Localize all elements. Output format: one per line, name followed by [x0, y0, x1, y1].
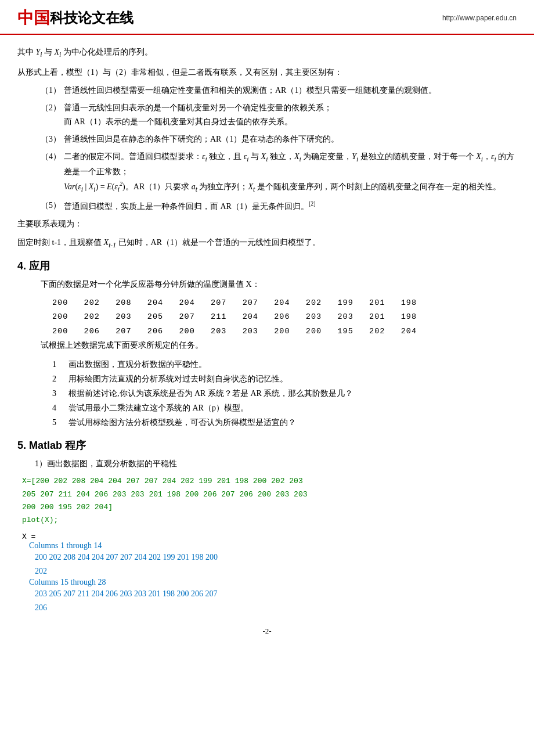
task-3: 3 根据前述讨论,你认为该系统是否为 AR 系统？若是 AR 系统，那么其阶数是… [52, 386, 517, 401]
math-yi: Yi [36, 48, 42, 56]
item-4-num: （4） [17, 150, 64, 196]
task-3-text: 根据前述讨论,你认为该系统是否为 AR 系统？若是 AR 系统，那么其阶数是几？ [68, 386, 353, 401]
task-4: 4 尝试用最小二乘法建立这个系统的 AR（p）模型。 [52, 401, 517, 415]
page: 中国科技论文在线 http://www.paper.edu.cn 其中 Yi 与… [0, 0, 534, 756]
task-4-text: 尝试用最小二乘法建立这个系统的 AR（p）模型。 [68, 401, 248, 415]
columns-1-14-header: Columns 1 through 14 [29, 541, 517, 550]
section4-heading: 4. 应用 [17, 259, 517, 273]
task-2: 2 用标绘图方法直观的分析系统对过去时刻自身状态的记忆性。 [52, 372, 517, 386]
item-5-content: 普通回归模型，实质上是一种条件回归，而 AR（1）是无条件回归。[2] [64, 199, 517, 213]
item-4: （4） 二者的假定不同。普通回归模型要求：εi 独立，且 εi 与 Xi 独立，… [17, 150, 517, 196]
logo-zhongguo: 中国 [17, 7, 50, 29]
section5-heading-text: 5. Matlab 程序 [17, 440, 86, 451]
code-line-2: 205 207 211 204 206 203 203 201 198 200 … [22, 488, 517, 501]
data-row-3: 200 206 207 206 200 203 203 200 200 195 … [52, 325, 517, 339]
task-2-num: 2 [52, 372, 68, 386]
section4-heading-text: 4. 应用 [17, 260, 50, 272]
item-3: （3） 普通线性回归是在静态的条件下研究的；AR（1）是在动态的条件下研究的。 [17, 132, 517, 146]
main-content: 其中 Yi 与 Xi 为中心化处理后的序列。 从形式上看，模型（1）与（2）非常… [0, 41, 534, 647]
item-5-num: （5） [17, 199, 64, 213]
task-5-text: 尝试用标绘图方法分析模型残差，可否认为所得模型是适宜的？ [68, 415, 296, 430]
intro-para2: 从形式上看，模型（1）与（2）非常相似，但是二者既有联系，又有区别，其主要区别有… [17, 66, 517, 80]
item-3-num: （3） [17, 132, 64, 146]
task-3-num: 3 [52, 386, 68, 401]
item-1-num: （1） [17, 84, 64, 98]
section4-intro: 下面的数据是对一个化学反应器每分钟所做的温度测量值 X： [41, 278, 517, 291]
header-url: http://www.paper.edu.cn [442, 14, 517, 22]
site-logo: 中国科技论文在线 [17, 7, 134, 29]
item-4-content: 二者的假定不同。普通回归模型要求：εi 独立，且 εi 与 Xi 独立，Xi 为… [64, 150, 517, 196]
item-2: （2） 普通一元线性回归表示的是一个随机变量对另一个确定性变量的依赖关系； 而 … [17, 101, 517, 129]
code-line-4: plot(X); [22, 514, 517, 527]
code-line-3: 200 200 195 202 204] [22, 501, 517, 514]
task-1: 1 画出数据图，直观分析数据的平稳性。 [52, 357, 517, 372]
task-2-text: 用标绘图方法直观的分析系统对过去时刻自身状态的记忆性。 [68, 372, 288, 386]
data-row-2: 200 202 203 205 207 211 204 206 203 203 … [52, 310, 517, 324]
columns-15-28-header: Columns 15 through 28 [29, 578, 517, 587]
data-row-1: 200 202 208 204 204 207 207 204 202 199 … [52, 296, 517, 310]
math-xi: Xi [55, 48, 62, 56]
task-intro: 试根据上述数据完成下面要求所规定的任务。 [41, 339, 517, 352]
item-3-content: 普通线性回归是在静态的条件下研究的；AR（1）是在动态的条件下研究的。 [64, 132, 517, 146]
task-1-text: 画出数据图，直观分析数据的平稳性。 [68, 357, 207, 372]
task-5: 5 尝试用标绘图方法分析模型残差，可否认为所得模型是适宜的？ [52, 415, 517, 430]
task-4-num: 4 [52, 401, 68, 415]
section5-heading: 5. Matlab 程序 [17, 438, 517, 452]
page-header: 中国科技论文在线 http://www.paper.edu.cn [0, 0, 534, 35]
section5-sub1: 1）画出数据图，直观分析数据的平稳性 [35, 457, 517, 471]
item-1-content: 普通线性回归模型需要一组确定性变量值和相关的观测值；AR（1）模型只需要一组随机… [64, 84, 517, 98]
item-2-content: 普通一元线性回归表示的是一个随机变量对另一个确定性变量的依赖关系； 而 AR（1… [64, 101, 517, 129]
page-number: -2- [17, 627, 517, 636]
columns-1-14-row2: 202 [35, 564, 517, 578]
task-5-num: 5 [52, 415, 68, 430]
x-label: X = [22, 532, 35, 541]
columns-15-28-row2: 206 [35, 601, 517, 615]
intro-para1: 其中 Yi 与 Xi 为中心化处理后的序列。 [17, 45, 517, 61]
columns-1-14-row1: 200 202 208 204 204 207 207 204 202 199 … [35, 550, 517, 564]
logo-rest: 科技论文在线 [50, 9, 134, 27]
output-label: X = [22, 532, 517, 541]
main-relation-text: 固定时刻 t-1，且观察值 Xt-1 已知时，AR（1）就是一个普通的一元线性回… [17, 236, 517, 251]
item-5: （5） 普通回归模型，实质上是一种条件回归，而 AR（1）是无条件回归。[2] [17, 199, 517, 213]
columns-15-28-row1: 203 205 207 211 204 206 203 203 201 198 … [35, 587, 517, 601]
main-relation-label: 主要联系表现为： [17, 217, 517, 231]
code-line-1: X=[200 202 208 204 204 207 207 204 202 1… [22, 475, 517, 488]
item-1: （1） 普通线性回归模型需要一组确定性变量值和相关的观测值；AR（1）模型只需要… [17, 84, 517, 98]
item-2-num: （2） [17, 101, 64, 129]
task-1-num: 1 [52, 357, 68, 372]
